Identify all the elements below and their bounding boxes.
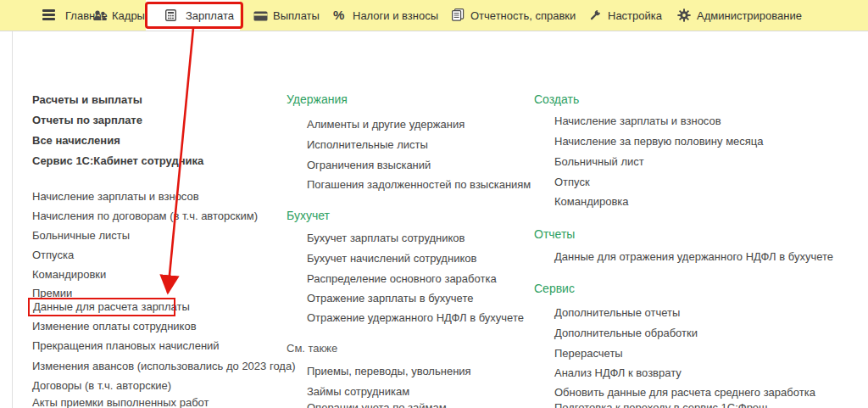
menu-item-otchety-po-zarplate[interactable]: Отчеты по зарплате: [32, 114, 142, 126]
menu-item-create-nachislenie[interactable]: Начисление зарплаты и взносов: [554, 115, 721, 127]
tab-label: Налоги и взносы: [353, 9, 438, 22]
menu-item-izmeneniya-avansov[interactable]: Изменения авансов (использовались до 202…: [32, 360, 295, 372]
menu-item-akty-priemki[interactable]: Акты приемки выполненных работ: [32, 396, 209, 408]
percent-icon: %: [333, 8, 344, 22]
menu-item-create-nachislenie-polovina[interactable]: Начисление за первую половину месяца: [554, 135, 764, 148]
tab-label: Отчетность, справки: [470, 9, 576, 22]
wrench-icon: [588, 8, 602, 22]
menu-item-obnovit-dannye[interactable]: Обновить данные для расчета среднего зар…: [554, 386, 815, 399]
report-icon: [452, 8, 465, 21]
hovered-link-underline: [31, 316, 170, 316]
menu-item-dop-otchety[interactable]: Дополнительные отчеты: [554, 306, 680, 319]
menu-item-izmenenie-oplaty[interactable]: Изменение оплаты сотрудников: [32, 320, 197, 333]
menu-item-bukhuchet-zarplaty[interactable]: Бухучет зарплаты сотрудников: [307, 232, 465, 244]
menu-item-otpuska[interactable]: Отпуска: [32, 249, 74, 261]
menu-item-perekhod-1c-fresh[interactable]: Подготовка к переходу в сервис 1С:Фреш: [554, 401, 768, 408]
card-icon: [253, 11, 268, 21]
menu-item-raspredelenie-zarabotka[interactable]: Распределение основного заработка: [307, 272, 497, 285]
menu-item-priemy-perevody[interactable]: Приемы, переводы, увольнения: [307, 365, 471, 377]
menu-item-dannye-otrazheniya-ndfl[interactable]: Данные для отражения удержанного НДФЛ в …: [554, 250, 833, 263]
tab-label: Настройка: [608, 9, 662, 22]
menu-item-bukhuchet-nachisleniy[interactable]: Бухучет начислений сотрудников: [307, 252, 476, 265]
main-menu-icon[interactable]: [42, 9, 55, 21]
section-title-uderzhaniya: Удержания: [287, 92, 348, 106]
menu-item-pogasheniya-zadolzhennostey[interactable]: Погашения задолженностей по взысканиям: [307, 178, 531, 191]
section-title-otchety: Отчеты: [534, 227, 575, 241]
section-title-sozdat: Создать: [534, 92, 579, 106]
tab-zarplata-active[interactable]: Зарплата: [146, 0, 240, 31]
menu-item-create-bolnichny[interactable]: Больничный лист: [554, 155, 644, 168]
menu-item-dogovory[interactable]: Договоры (в т.ч. авторские): [32, 379, 171, 392]
top-menu-bar: Главное Кадры Зарплата Выплаты %: [0, 0, 868, 31]
gear-icon: [677, 8, 691, 22]
menu-item-servis-kabinet[interactable]: Сервис 1С:Кабинет сотрудника: [32, 154, 203, 167]
tab-label: Зарплата: [186, 9, 234, 22]
section-title-bukhuchet: Бухучет: [287, 209, 330, 222]
section-title-servis: Сервис: [534, 282, 575, 295]
menu-item-komandirovki[interactable]: Командировки: [32, 268, 106, 281]
section-title-see-also: См. также: [287, 342, 337, 355]
calculator-icon: [165, 9, 176, 21]
tab-label: Выплаты: [273, 9, 320, 22]
tab-label: Администрирование: [697, 9, 802, 22]
menu-item-dannye-dlya-rascheta-zarplaty[interactable]: Данные для расчета зарплаты: [33, 300, 190, 313]
tab-label: Кадры: [112, 9, 145, 22]
menu-item-otrazhenie-ndfl[interactable]: Отражение удержанного НДФЛ в бухучете: [307, 311, 524, 324]
menu-item-nachisleniya-po-dogovoram[interactable]: Начисления по договорам (в т.ч. авторски…: [32, 210, 258, 222]
menu-item-create-komandirovka[interactable]: Командировка: [554, 195, 629, 208]
menu-item-bolnichnye-listy[interactable]: Больничные листы: [32, 229, 130, 242]
menu-item-alimenty[interactable]: Алименты и другие удержания: [307, 118, 465, 131]
menu-item-pereraschety[interactable]: Перерасчеты: [554, 347, 623, 360]
menu-item-dop-obrabotki[interactable]: Дополнительные обработки: [554, 327, 698, 339]
panel-left-border: [12, 31, 13, 408]
menu-item-vse-nachisleniya[interactable]: Все начисления: [32, 134, 120, 147]
menu-item-otrazhenie-zarplaty[interactable]: Отражение зарплаты в бухучете: [307, 292, 473, 305]
menu-item-ogranicheniya-vzyskaniy[interactable]: Ограничения взысканий: [307, 159, 431, 171]
menu-item-zaymy-sotrudnikam[interactable]: Займы сотрудникам: [307, 385, 409, 398]
menu-item-operatsii-po-zaymam[interactable]: Операции учета по займам: [307, 401, 447, 408]
people-icon: [93, 10, 107, 21]
menu-item-ispolnitelnye-listy[interactable]: Исполнительные листы: [307, 138, 428, 151]
menu-item-analiz-ndfl[interactable]: Анализ НДФЛ к возврату: [554, 366, 682, 379]
menu-item-create-otpusk[interactable]: Отпуск: [554, 176, 590, 188]
menu-item-raschety-i-vyplaty[interactable]: Расчеты и выплаты: [32, 93, 142, 106]
menu-item-premii[interactable]: Премии: [32, 287, 72, 299]
menu-item-prekrashcheniya-nachisleniy[interactable]: Прекращения плановых начислений: [32, 339, 220, 352]
menu-item-nachislenie-zarplaty[interactable]: Начисление зарплаты и взносов: [32, 190, 199, 203]
